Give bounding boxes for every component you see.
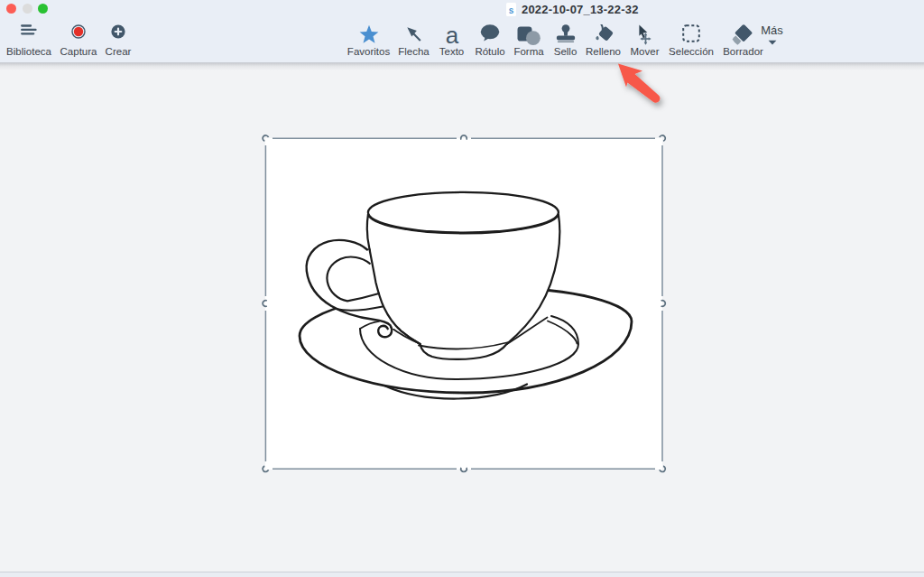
svg-text:a: a xyxy=(445,24,458,48)
svg-text:s: s xyxy=(509,5,514,15)
